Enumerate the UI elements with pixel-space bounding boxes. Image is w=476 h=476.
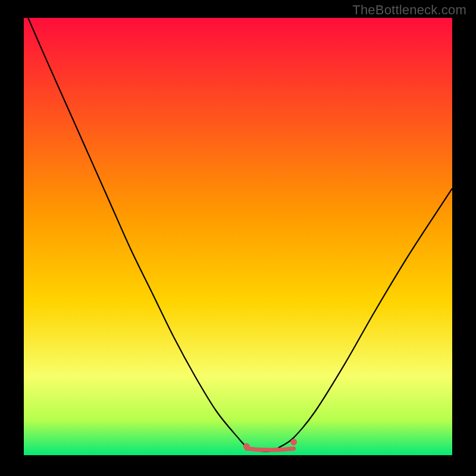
chart-frame: TheBottleneck.com [0, 0, 476, 476]
svg-rect-3 [24, 404, 452, 406]
plot-area [24, 18, 452, 455]
optimum-segment [246, 449, 293, 450]
svg-rect-1 [24, 397, 452, 399]
svg-rect-15 [24, 445, 452, 447]
svg-rect-14 [24, 441, 452, 443]
svg-rect-7 [24, 418, 452, 419]
svg-rect-8 [24, 421, 452, 423]
svg-rect-9 [24, 425, 452, 427]
svg-rect-12 [24, 435, 452, 437]
svg-rect-17 [24, 452, 452, 453]
svg-rect-0 [24, 394, 452, 396]
svg-rect-10 [24, 428, 452, 430]
svg-rect-2 [24, 401, 452, 403]
watermark-text: TheBottleneck.com [352, 2, 466, 18]
svg-rect-16 [24, 449, 452, 450]
gradient-background [24, 18, 452, 455]
svg-rect-4 [24, 408, 452, 409]
optimum-marker [243, 443, 250, 450]
svg-rect-11 [24, 431, 452, 433]
bottleneck-chart [24, 18, 452, 455]
optimum-marker [290, 439, 297, 445]
svg-rect-5 [24, 411, 452, 413]
svg-rect-6 [24, 414, 452, 416]
